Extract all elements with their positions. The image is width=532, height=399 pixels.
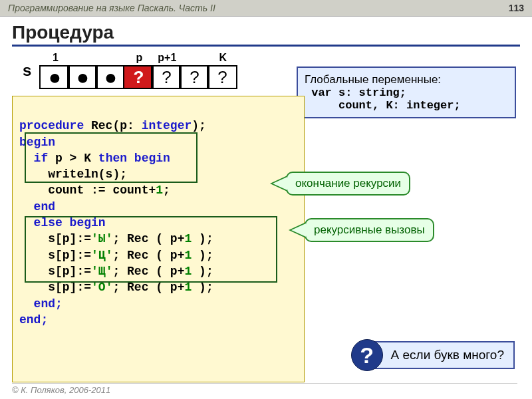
question-icon: ?: [351, 339, 383, 371]
question-row: ? А если букв много?: [351, 339, 515, 371]
array-cell-current: ?: [123, 65, 154, 89]
page-number: 113: [509, 3, 524, 13]
doc-title: Программирование на языке Паскаль. Часть…: [8, 3, 215, 13]
globals-code: var s: string;: [305, 86, 508, 99]
globals-title: Глобальные переменные:: [305, 73, 508, 86]
globals-box: Глобальные переменные: var s: string; co…: [297, 66, 516, 118]
callout-recursion-end: окончание рекурсии: [286, 172, 410, 196]
code-block: procedure Rec(p: integer); begin if p > …: [12, 96, 305, 382]
array-cell: ?: [179, 65, 209, 89]
array-cell: ●: [67, 65, 98, 89]
array-cell: ●: [95, 65, 126, 89]
page-title: Процедура: [12, 22, 520, 47]
array-cell: ?: [207, 65, 237, 89]
footer-copyright: © К. Поляков, 2006-2011: [12, 383, 517, 395]
globals-code: count, K: integer;: [305, 99, 508, 112]
array-label: s: [23, 61, 31, 80]
array-cell: ?: [151, 65, 182, 89]
header-bar: Программирование на языке Паскаль. Часть…: [0, 0, 532, 17]
array-cell: ●: [39, 65, 70, 89]
callout-recursive-calls: рекурсивные вызовы: [305, 218, 434, 242]
question-text: А если букв много?: [367, 341, 515, 369]
